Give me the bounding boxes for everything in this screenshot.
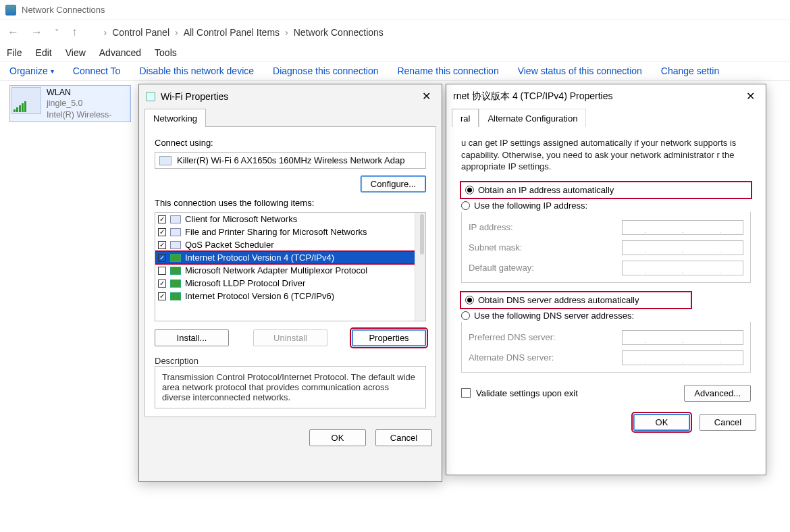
cancel-button[interactable]: Cancel bbox=[700, 414, 756, 431]
chevron-right-icon: › bbox=[175, 27, 178, 38]
radio-icon bbox=[461, 311, 470, 320]
cancel-button[interactable]: Cancel bbox=[375, 429, 432, 446]
crumb-network-connections[interactable]: Network Connections bbox=[294, 27, 384, 38]
menu-file[interactable]: File bbox=[7, 47, 22, 58]
wifi-properties-dialog: Wi-Fi Properties ✕ Networking Connect us… bbox=[138, 84, 442, 482]
obtain-ip-auto-radio[interactable]: Obtain an IP address automatically bbox=[461, 182, 751, 198]
use-following-dns-radio[interactable]: Use the following DNS server addresses: bbox=[461, 308, 751, 323]
scrollbar[interactable] bbox=[415, 213, 425, 321]
checkbox-icon[interactable]: ✓ bbox=[158, 228, 166, 236]
adapter-wlan[interactable]: WLAN jingle_5.0 Intel(R) Wireless- bbox=[9, 85, 131, 122]
description-label: Description bbox=[155, 356, 426, 366]
item-label: File and Printer Sharing for Microsoft N… bbox=[185, 227, 367, 237]
advanced-button[interactable]: Advanced... bbox=[684, 385, 751, 402]
window-title: Network Connections bbox=[22, 5, 105, 15]
subnet-label: Subnet mask: bbox=[469, 242, 523, 252]
up-button[interactable]: ↑ bbox=[70, 26, 80, 39]
validate-checkbox[interactable]: Validate settings upon exit bbox=[461, 388, 578, 398]
ip-address-label: IP address: bbox=[469, 222, 513, 232]
protocol-icon bbox=[170, 215, 181, 223]
gateway-input[interactable]: ... bbox=[622, 261, 743, 275]
adapter-device: Intel(R) Wireless- bbox=[47, 109, 112, 120]
subnet-input[interactable]: ... bbox=[622, 240, 743, 255]
connection-items-list[interactable]: ✓Client for Microsoft Networks✓File and … bbox=[155, 212, 426, 321]
use-following-ip-radio[interactable]: Use the following IP address: bbox=[461, 198, 751, 213]
connection-item[interactable]: ✓Internet Protocol Version 6 (TCP/IPv6) bbox=[155, 290, 425, 302]
chevron-right-icon: › bbox=[285, 27, 288, 38]
close-button[interactable]: ✕ bbox=[418, 88, 435, 104]
menu-advanced[interactable]: Advanced bbox=[99, 47, 141, 58]
connect-to-button[interactable]: Connect To bbox=[73, 65, 121, 76]
item-label: Internet Protocol Version 6 (TCP/IPv6) bbox=[185, 291, 334, 301]
gateway-label: Default gateway: bbox=[469, 263, 534, 273]
explorer-navbar: ← → ˅ ↑ › Control Panel › All Control Pa… bbox=[0, 20, 790, 45]
pref-dns-input[interactable]: ... bbox=[622, 330, 743, 345]
connection-item[interactable]: ✓Internet Protocol Version 4 (TCP/IPv4) bbox=[155, 251, 425, 264]
protocol-icon bbox=[170, 254, 181, 262]
protocol-icon bbox=[170, 267, 181, 275]
menu-view[interactable]: View bbox=[65, 47, 86, 58]
ipv4-properties-dialog: rnet 协议版本 4 (TCP/IPv4) Properties ✕ ral … bbox=[446, 84, 766, 475]
radio-icon bbox=[465, 186, 474, 194]
chevron-right-icon: › bbox=[104, 27, 107, 38]
tab-general[interactable]: ral bbox=[452, 109, 479, 127]
protocol-icon bbox=[170, 241, 181, 249]
chevron-down-icon: ▾ bbox=[51, 68, 54, 75]
crumb-control-panel[interactable]: Control Panel bbox=[112, 27, 169, 38]
dialog-title: rnet 协议版本 4 (TCP/IPv4) Properties bbox=[453, 90, 613, 103]
crumb-all-items[interactable]: All Control Panel Items bbox=[184, 27, 280, 38]
diagnose-button[interactable]: Diagnose this connection bbox=[273, 65, 378, 76]
close-button[interactable]: ✕ bbox=[742, 88, 759, 104]
radio-icon bbox=[461, 201, 470, 210]
connection-item[interactable]: ✓Microsoft LLDP Protocol Driver bbox=[155, 277, 425, 290]
adapter-name: WLAN bbox=[47, 87, 112, 98]
alt-dns-input[interactable]: ... bbox=[622, 350, 743, 365]
forward-button[interactable]: → bbox=[29, 26, 45, 39]
menu-edit[interactable]: Edit bbox=[36, 47, 52, 58]
disable-device-button[interactable]: Disable this network device bbox=[139, 65, 254, 76]
nic-icon bbox=[159, 156, 172, 165]
ok-button[interactable]: OK bbox=[309, 429, 366, 446]
connection-item[interactable]: Microsoft Network Adapter Multiplexor Pr… bbox=[155, 264, 425, 277]
back-button[interactable]: ← bbox=[5, 26, 21, 39]
items-label: This connection uses the following items… bbox=[155, 198, 426, 208]
checkbox-icon[interactable]: ✓ bbox=[158, 241, 166, 249]
view-status-button[interactable]: View status of this connection bbox=[518, 65, 642, 76]
ok-button[interactable]: OK bbox=[633, 414, 690, 431]
menu-bar: File Edit View Advanced Tools bbox=[0, 45, 790, 61]
checkbox-icon[interactable] bbox=[158, 267, 166, 275]
properties-button[interactable]: Properties bbox=[352, 329, 426, 346]
checkbox-icon[interactable]: ✓ bbox=[158, 292, 166, 300]
organize-menu[interactable]: Organize▾ bbox=[9, 65, 54, 76]
location-icon bbox=[88, 27, 99, 38]
connection-item[interactable]: ✓File and Printer Sharing for Microsoft … bbox=[155, 225, 425, 238]
uninstall-button[interactable]: Uninstall bbox=[253, 329, 327, 346]
breadcrumb[interactable]: › Control Panel › All Control Panel Item… bbox=[88, 27, 384, 38]
connection-item[interactable]: ✓Client for Microsoft Networks bbox=[155, 213, 425, 225]
item-label: Microsoft Network Adapter Multiplexor Pr… bbox=[185, 265, 367, 275]
connection-item[interactable]: ✓QoS Packet Scheduler bbox=[155, 238, 425, 251]
adapter-icon bbox=[11, 87, 41, 114]
ip-address-input[interactable]: ... bbox=[622, 220, 743, 235]
checkbox-icon[interactable]: ✓ bbox=[158, 215, 166, 223]
menu-tools[interactable]: Tools bbox=[155, 47, 177, 58]
checkbox-icon[interactable]: ✓ bbox=[158, 280, 166, 288]
nic-name: Killer(R) Wi-Fi 6 AX1650s 160MHz Wireles… bbox=[177, 155, 404, 165]
item-label: Internet Protocol Version 4 (TCP/IPv4) bbox=[185, 252, 334, 263]
adapter-select[interactable]: Killer(R) Wi-Fi 6 AX1650s 160MHz Wireles… bbox=[155, 152, 426, 169]
change-settings-button[interactable]: Change settin bbox=[661, 65, 719, 76]
tab-alternate-config[interactable]: Alternate Configuration bbox=[479, 109, 586, 127]
wifi-icon bbox=[146, 92, 155, 101]
configure-button[interactable]: Configure... bbox=[361, 176, 426, 192]
rename-button[interactable]: Rename this connection bbox=[397, 65, 498, 76]
install-button[interactable]: Install... bbox=[155, 329, 229, 346]
pref-dns-label: Preferred DNS server: bbox=[469, 332, 556, 342]
command-bar: Organize▾ Connect To Disable this networ… bbox=[0, 61, 790, 81]
obtain-dns-auto-radio[interactable]: Obtain DNS server address automatically bbox=[461, 292, 691, 308]
checkbox-icon[interactable]: ✓ bbox=[158, 254, 166, 262]
tab-networking[interactable]: Networking bbox=[144, 109, 206, 127]
item-label: Client for Microsoft Networks bbox=[185, 214, 297, 224]
dialog-title: Wi-Fi Properties bbox=[161, 91, 228, 102]
app-icon bbox=[5, 5, 16, 16]
recent-button[interactable]: ˅ bbox=[53, 28, 61, 38]
